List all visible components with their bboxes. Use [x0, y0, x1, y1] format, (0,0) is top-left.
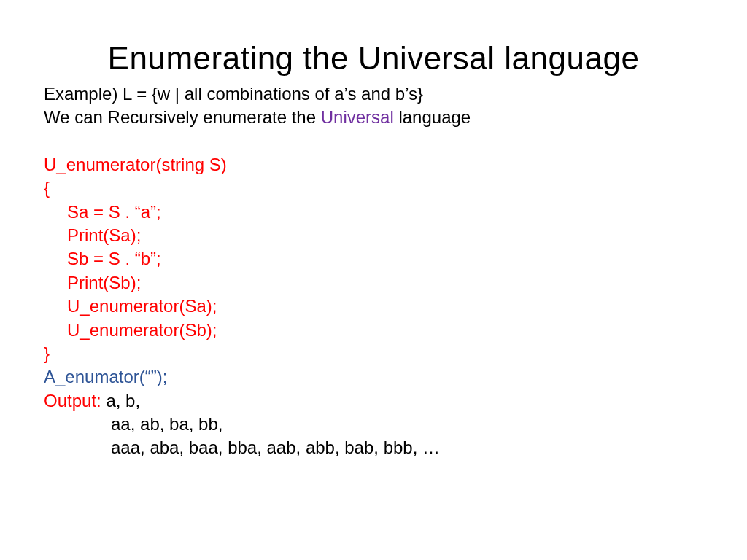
code-line: Print(Sa);	[44, 224, 703, 247]
code-line: {	[44, 176, 703, 200]
output-label: Output:	[44, 391, 106, 411]
code-line: }	[44, 342, 703, 365]
slide-body: Example) L = {w | all combinations of a’…	[44, 82, 703, 460]
slide-title: Enumerating the Universal language	[44, 40, 703, 77]
code-line: U_enumerator(Sa);	[44, 295, 703, 318]
code-line: U_enumerator(string S)	[44, 153, 703, 176]
output-line-3: aaa, aba, baa, bba, aab, abb, bab, bbb, …	[44, 436, 703, 459]
text-fragment: We can Recursively enumerate the	[44, 107, 321, 127]
example-line: Example) L = {w | all combinations of a’…	[44, 82, 703, 106]
output-line-2: aa, ab, ba, bb,	[44, 413, 703, 436]
universal-word: Universal	[321, 107, 394, 127]
enumerate-line: We can Recursively enumerate the Univers…	[44, 106, 703, 129]
output-text: a, b,	[106, 391, 140, 411]
spacer	[44, 130, 703, 153]
code-line: Sb = S . “b”;	[44, 247, 703, 271]
code-line: Sa = S . “a”;	[44, 201, 703, 224]
call-line: A_enumator(“”);	[44, 365, 703, 389]
text-fragment: language	[394, 107, 471, 127]
code-line: Print(Sb);	[44, 271, 703, 295]
code-line: U_enumerator(Sb);	[44, 319, 703, 342]
output-line-1: Output: a, b,	[44, 389, 703, 413]
